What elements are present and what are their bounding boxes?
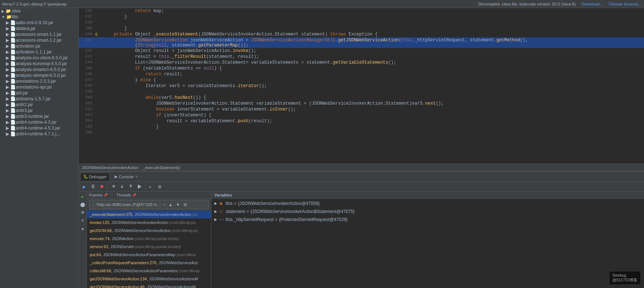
- resume-side-icon[interactable]: ▶: [79, 193, 86, 200]
- folder-icon-color: 📁: [5, 8, 11, 14]
- resume-button[interactable]: ▶: [80, 183, 88, 191]
- frame-item-3[interactable]: execute:74, JSONAction (com.liferay.port…: [87, 235, 211, 243]
- var-item-httprequest[interactable]: ▶ ○○ this._httpServletRequest = {Protect…: [211, 216, 644, 224]
- console-close-icon[interactable]: ✕: [135, 175, 138, 179]
- code-editor[interactable]: 236 return map; 237 } 238: [79, 8, 644, 164]
- download-link[interactable]: Download...: [581, 2, 603, 6]
- tab-console[interactable]: ▶ Console ✕: [111, 173, 141, 181]
- sidebar-item-analysis-smart[interactable]: ▶ 📄 analysis-smartcn-6.5.0.jar: [0, 67, 78, 72]
- frame-item-0[interactable]: _executeStatement:375, JSONWebServiceInv…: [87, 210, 211, 218]
- frame-item-1[interactable]: invoke:125, JSONWebServiceInvokerAction …: [87, 218, 211, 227]
- svg-text:=: =: [149, 185, 151, 190]
- sidebar-item-idea[interactable]: ▶ 📁 .idea: [0, 8, 78, 14]
- sidebar-item-libs[interactable]: ▼ 📁 libs: [0, 14, 78, 20]
- sidebar-item-antlr3[interactable]: ▶ 📄 antlr3.jar: [0, 108, 78, 113]
- step-into-button[interactable]: [118, 183, 126, 191]
- frame-item-2[interactable]: getJSON:68, JSONWebServiceServiceAction …: [87, 227, 211, 235]
- settings-button[interactable]: ⚙: [156, 183, 164, 191]
- breadcrumb-method[interactable]: _executeStatement(): [143, 165, 180, 170]
- code-line-247: 247 } else {: [79, 77, 644, 83]
- sidebar-item-activation[interactable]: ▶ 📄 activation.jar: [0, 43, 78, 49]
- frame-item-6[interactable]: _collectFromRequestParameters:276, JSONW…: [87, 259, 211, 267]
- sidebar-item-antlr4-471[interactable]: ▶ 📄 antlr4-runtime-4.7.1.j...: [0, 131, 78, 137]
- code-line-245: 245 if (variableStatements == null) {: [79, 66, 644, 71]
- frame-item-7[interactable]: collectAll:66, JSONWebServiceActionParam…: [87, 267, 211, 275]
- sidebar-item-accessors-smart-11[interactable]: ▶ 📄 accessors-smart-1.1.jar: [0, 31, 78, 37]
- code-table: 236 return map; 237 } 238: [79, 8, 644, 136]
- thread-status-icon: ✓: [92, 203, 95, 207]
- debugger-icon: 🐛: [84, 175, 88, 179]
- sidebar-item-analysis-icu[interactable]: ▶ 📄 analysis-icu-client-6.5.0.jar: [0, 55, 78, 61]
- sidebar-item-aalto[interactable]: ▶ 📄 aalto-xml-0.9.10.jar: [0, 20, 78, 26]
- pause-button[interactable]: ⏸: [89, 183, 97, 191]
- frames-header-item[interactable]: Frames 📌: [89, 193, 108, 197]
- console-icon: ▶: [115, 175, 118, 179]
- variables-list: ▶ ◉ this = {JSONWebServiceInvokerAction@…: [211, 199, 644, 288]
- code-line-252: 252 boolean innerStatement = variableSta…: [79, 106, 644, 112]
- jar-expand-icon: ▶: [6, 20, 9, 25]
- code-line-244: 244 List<JSONWebServiceInvokerAction.Sta…: [79, 60, 644, 66]
- step-out-button[interactable]: [127, 183, 135, 191]
- watermark: Seebug @51CTO博客: [610, 272, 640, 284]
- run-to-cursor-button[interactable]: [136, 183, 144, 191]
- sidebar-item-antlr4-453[interactable]: ▶ 📄 antlr4-runtime-4.5.3.jar: [0, 125, 78, 131]
- breadcrumb-class[interactable]: JSONWebServiceInvokerAction: [82, 165, 138, 170]
- stop-button[interactable]: ■: [98, 183, 106, 191]
- code-content-236: return map;: [102, 8, 644, 14]
- debug-panel: 🐛 Debugger ▶ Console ✕ ▶ ⏸ ■: [79, 171, 644, 288]
- code-line-255: 255 }: [79, 124, 644, 130]
- sidebar-item-activation-111[interactable]: ▶ 📄 activation-1.1.1.jar: [0, 49, 78, 55]
- sidebar-item-analysis-kuro[interactable]: ▶ 📄 analysis-kuromoji-6.5.0.jar: [0, 61, 78, 67]
- var-expand-this[interactable]: ▶: [214, 200, 219, 207]
- sidebar-item-antlr2[interactable]: ▶ 📄 antlr2.jar: [0, 102, 78, 108]
- var-icon-req: ○○: [219, 216, 225, 223]
- var-item-statement[interactable]: ▶ ⬡ statement = {JSONWebServiceInvokerAc…: [211, 207, 644, 216]
- memory-icon[interactable]: ◈: [79, 225, 86, 232]
- watch-icon[interactable]: 👁: [79, 209, 86, 216]
- step-over-button[interactable]: [109, 183, 117, 191]
- var-item-this[interactable]: ▶ ◉ this = {JSONWebServiceInvokerAction@…: [211, 199, 644, 207]
- frame-item-5[interactable]: put:64, JSONWebServiceActionParametersMa…: [87, 251, 211, 259]
- folder-icon-libs: 📁: [6, 14, 12, 19]
- evaluate-button[interactable]: =: [147, 183, 155, 191]
- sidebar-item-ant[interactable]: ▶ 📄 ant.jar: [0, 90, 78, 96]
- debug-content: ▶ ⬤ 👁 ≡ ◈ Frames 📌 | Threa: [79, 192, 644, 288]
- thread-icon[interactable]: ≡: [79, 217, 86, 224]
- debug-side-icons: ▶ ⬤ 👁 ≡ ◈: [79, 192, 87, 288]
- var-expand-req[interactable]: ▶: [214, 216, 219, 223]
- editor-area: 236 return map; 237 } 238: [79, 8, 644, 288]
- sidebar-item-annotations-api[interactable]: ▶ 📄 annotations-api.jar: [0, 84, 78, 90]
- file-tree-sidebar: ▶ 📁 .idea ▼ 📁 libs ▶ 📄 aalto-xml-0.9.10.…: [0, 8, 79, 288]
- sidebar-item-analysis-stem[interactable]: ▶ 📄 analysis-stempel-6.5.0.jar: [0, 72, 78, 78]
- breadcrumb-bar: JSONWebServiceInvokerAction › _executeSt…: [79, 164, 644, 171]
- breakpoint-icon[interactable]: ⬤: [79, 201, 86, 208]
- frame-item-9[interactable]: getJSONWebServiceAction:48, JSONWebServi…: [87, 283, 211, 288]
- window-title: liferay7.2.0-ga1-debug F:\java\javap: [2, 2, 67, 6]
- tab-debugger[interactable]: 🐛 Debugger: [80, 173, 110, 181]
- debug-tabs: 🐛 Debugger ▶ Console ✕: [79, 172, 644, 182]
- choose-sources-link[interactable]: Choose Sources...: [609, 2, 642, 6]
- thread-dropdown[interactable]: ✓ *http-nio-8080-exec-3*@47,026 in ... ▼…: [89, 200, 209, 209]
- code-line-251: 251 JSONWebServiceInvokerAction.Statemen…: [79, 101, 644, 106]
- threads-header-item[interactable]: Threads 📌: [116, 193, 136, 197]
- frame-down-button[interactable]: ▼: [175, 201, 181, 208]
- sidebar-item-antisamy[interactable]: ▶ 📄 antisamy-1.5.7.jar: [0, 96, 78, 102]
- sidebar-item-annotations-2[interactable]: ▶ 📄 annotations-2.0.3.jar: [0, 78, 78, 84]
- frame-item-4[interactable]: service:63, JSONServlet (com.liferay.por…: [87, 243, 211, 251]
- frame-item-8[interactable]: getJSONWebServiceAction:134, JSONWebServ…: [87, 275, 211, 283]
- top-bar: liferay7.2.0-ga1-debug F:\java\javap Dec…: [0, 0, 644, 8]
- sidebar-item-antlr4-43[interactable]: ▶ 📄 antlr4-runtime-4.3.jar: [0, 119, 78, 125]
- code-line-250: 250 while(var5.hasNext()) {: [79, 95, 644, 101]
- jar-expand-icon2: ▶: [6, 26, 9, 31]
- var-expand-stmt[interactable]: ▶: [214, 208, 219, 215]
- frame-up-button[interactable]: ▲: [167, 201, 174, 208]
- frames-panel-header: Frames 📌 | Threads 📌: [87, 192, 211, 199]
- code-line-238: 238: [79, 20, 644, 26]
- code-line-243: 243 result = this._filterResult(statemen…: [79, 54, 644, 60]
- sidebar-item-accessors-smart-12[interactable]: ▶ 📄 accessors-smart-1.2.jar: [0, 37, 78, 43]
- sidebar-item-abdera[interactable]: ▶ 📄 abdera.jar: [0, 26, 78, 31]
- toolbar-sep2: [145, 183, 145, 190]
- code-line-240: 240 @ private Object _executeStatement(J…: [79, 31, 644, 37]
- frame-filter-button[interactable]: ⊞: [182, 201, 189, 208]
- sidebar-item-antlr3-runtime[interactable]: ▶ 📄 antlr3-runtime.jar: [0, 113, 78, 119]
